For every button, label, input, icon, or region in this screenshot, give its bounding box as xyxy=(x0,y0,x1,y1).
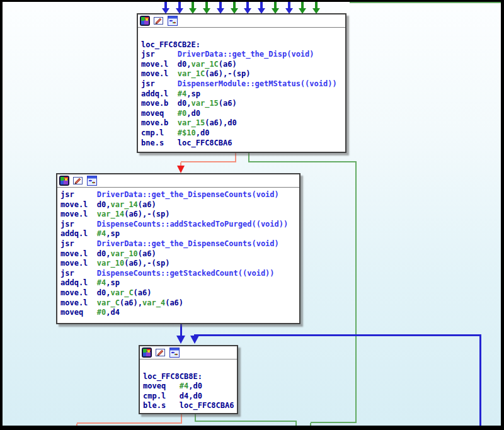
graph-view-icon[interactable] xyxy=(168,16,178,26)
basic-block-node[interactable]: loc_FFC8CB2E:jsr DriverData::get_the_Dis… xyxy=(137,13,346,153)
basic-block-node[interactable]: jsr DriverData::get_the_DispenseCounts(v… xyxy=(56,173,301,324)
node-titlebar[interactable] xyxy=(140,346,237,359)
asm-line[interactable]: jsr DriverData::get_the_DispenseCounts(v… xyxy=(60,190,299,200)
screenshot-border xyxy=(0,426,504,430)
node-titlebar[interactable] xyxy=(57,174,299,188)
edit-pencil-icon[interactable] xyxy=(73,176,83,186)
asm-line[interactable]: move.l var_14(a6),-(sp) xyxy=(60,210,299,220)
color-palette-icon[interactable] xyxy=(140,16,150,26)
edge-not-taken-segment xyxy=(181,161,236,162)
edge-taken-segment xyxy=(311,422,357,423)
asm-line[interactable]: move.b d0,var_15(a6) xyxy=(141,99,345,109)
node-titlebar[interactable] xyxy=(138,14,345,28)
screenshot-border xyxy=(501,0,504,430)
screenshot-border xyxy=(0,0,3,430)
graph-view-icon[interactable] xyxy=(87,176,97,186)
edit-pencil-icon[interactable] xyxy=(156,348,166,358)
edge-passthrough-green-segment xyxy=(350,2,502,3)
disassembly-code: loc_FFC8CB2E:jsr DriverData::get_the_Dis… xyxy=(138,28,345,148)
asm-line[interactable]: jsr DispenseCounts::getStackedCount((voi… xyxy=(60,269,299,279)
asm-line[interactable]: addq.l #4,sp xyxy=(141,89,345,99)
edge-taken-segment xyxy=(248,161,357,162)
asm-line[interactable]: loc_FFC8CB8E: xyxy=(143,372,237,382)
color-palette-icon[interactable] xyxy=(59,176,69,186)
asm-line[interactable]: move.l var_C(a6),var_4(a6) xyxy=(60,298,299,308)
asm-line[interactable]: move.l d0,var_10(a6) xyxy=(60,249,299,259)
basic-block-node[interactable]: loc_FFC8CB8E:moveq #4,d0cmp.l d4,d0ble.s… xyxy=(139,345,238,414)
edge-not-taken-segment xyxy=(235,153,236,162)
edit-pencil-icon[interactable] xyxy=(154,16,164,26)
asm-line[interactable]: cmp.l #$10,d0 xyxy=(141,128,345,139)
asm-line[interactable]: jsr DriverData::get_the_Disp(void) xyxy=(141,50,345,60)
disassembly-code: loc_FFC8CB8E:moveq #4,d0cmp.l d4,d0ble.s… xyxy=(140,359,237,411)
asm-line[interactable]: jsr DispenseCounts::addStackedToPurged((… xyxy=(60,220,299,230)
asm-line[interactable]: move.l d0,var_C(a6) xyxy=(60,288,299,298)
asm-line[interactable]: move.b var_15(a6),d0 xyxy=(141,118,345,128)
graph-view-icon[interactable] xyxy=(169,348,180,358)
asm-line[interactable]: bne.s loc_FFC8CBA6 xyxy=(141,139,345,149)
edge-loopback-arrowhead xyxy=(190,336,199,344)
edge-taken-segment xyxy=(355,162,357,423)
asm-line[interactable]: jsr DriverData::get_the_DispenseCounts(v… xyxy=(60,239,299,249)
asm-line[interactable] xyxy=(141,30,345,40)
edge-node3-not-taken-segment xyxy=(181,414,182,423)
asm-line[interactable]: ble.s loc_FFC8CBA6 xyxy=(143,401,237,411)
asm-line[interactable]: addq.l #4,sp xyxy=(60,278,299,288)
asm-line[interactable]: moveq #4,d0 xyxy=(143,382,237,392)
edge-not-taken-arrowhead xyxy=(177,166,185,173)
edge-fallthrough-segment xyxy=(180,324,182,336)
asm-line[interactable]: cmp.l d4,d0 xyxy=(143,392,237,402)
asm-line[interactable]: addq.l #4,sp xyxy=(60,229,299,239)
graph-canvas: loc_FFC8CB2E:jsr DriverData::get_the_Dis… xyxy=(0,0,504,430)
edge-node3-not-taken-segment xyxy=(77,422,182,424)
edge-fallthrough-arrowhead xyxy=(176,336,185,344)
asm-line[interactable] xyxy=(143,362,237,372)
asm-line[interactable]: jsr DispenserModule::getMStatus((void)) xyxy=(141,79,345,89)
edge-loopback-segment xyxy=(194,334,481,336)
color-palette-icon[interactable] xyxy=(142,348,152,358)
disassembly-code: jsr DriverData::get_the_DispenseCounts(v… xyxy=(57,188,299,318)
asm-line[interactable]: move.l d0,var_14(a6) xyxy=(60,200,299,210)
asm-line[interactable]: move.l d0,var_1C(a6) xyxy=(141,60,345,70)
asm-line[interactable]: move.l var_1C(a6),-(sp) xyxy=(141,69,345,79)
asm-line[interactable]: moveq #0,d0 xyxy=(141,109,345,119)
edge-loopback-segment xyxy=(479,334,481,426)
edge-node3-taken-segment xyxy=(195,421,297,422)
asm-line[interactable]: moveq #0,d4 xyxy=(60,308,299,318)
screenshot-border xyxy=(0,0,504,2)
asm-line[interactable]: move.l var_10(a6),-(sp) xyxy=(60,259,299,269)
asm-line[interactable]: loc_FFC8CB2E: xyxy=(141,40,345,50)
